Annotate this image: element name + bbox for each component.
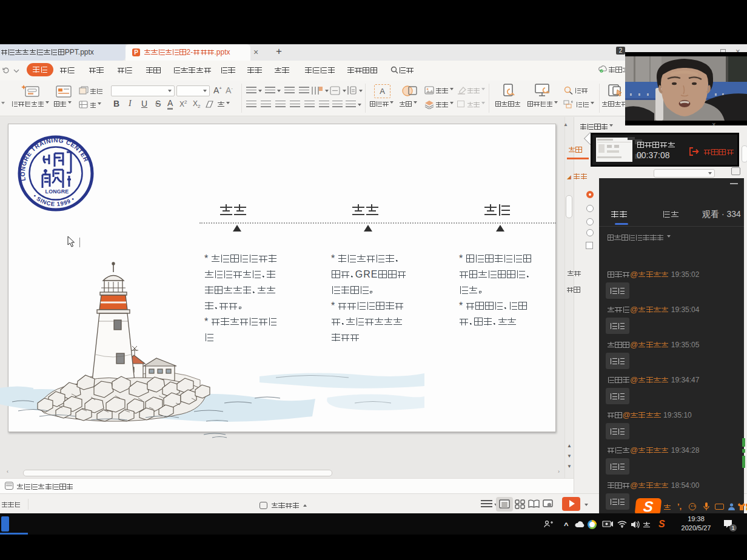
svg-text:LONGRE: LONGRE	[45, 188, 69, 195]
